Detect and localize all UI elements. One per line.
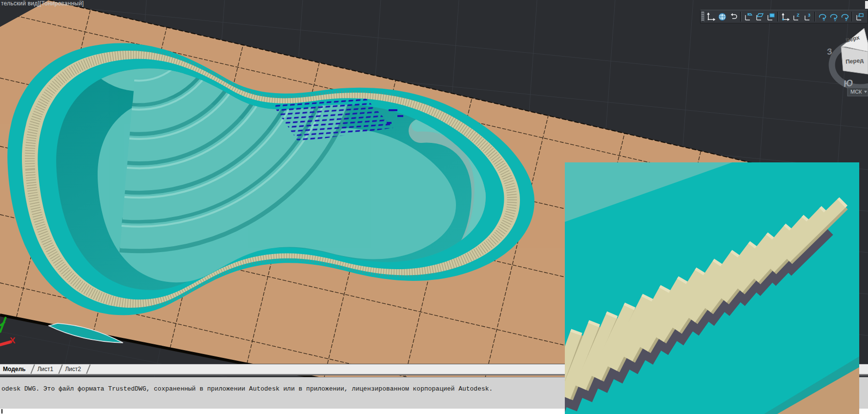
viewcube-ucs-selector[interactable]: МСК [847,88,868,96]
ucs-z-axis-vector-icon[interactable]: Z [791,11,802,22]
viewcube-south[interactable]: Ю [843,78,854,89]
toolbar-grip[interactable] [701,12,704,21]
ucs-3-point-icon[interactable]: 3 [802,11,813,22]
viewport-label[interactable]: тельский вид][Тонированный] [1,0,84,7]
command-history-text: odesk DWG. Это файл формата TrustedDWG, … [1,385,493,393]
toolbar-separator [851,12,853,21]
viewcube[interactable]: З Ю Верх Перед МСК [820,24,868,102]
svg-text:Z: Z [797,13,800,18]
ucs-rotate-x-icon[interactable]: x [817,11,828,22]
ucs-world-icon[interactable] [717,11,728,22]
toolbar-separator [777,12,779,21]
svg-text:z: z [845,18,847,21]
tab-layout1[interactable]: Лист1 [34,365,59,374]
tab-layout2[interactable]: Лист2 [62,365,87,374]
ucs-view-icon[interactable] [765,11,776,22]
ucs-previous-icon[interactable] [728,11,739,22]
autocad-window: X тельский вид][Тонированный] [0,0,868,414]
toolbar-separator [740,12,742,21]
ucs-apply-icon[interactable] [854,11,865,22]
command-caret [1,409,2,414]
ucs-x-label: X [10,336,16,345]
ucs-face-icon[interactable] [754,11,765,22]
ucs-rotate-y-icon[interactable]: y [828,11,839,22]
viewcube-cube[interactable]: Верх Перед [841,28,868,74]
ucs-icon[interactable] [705,11,717,22]
ucs-toolbar: Z 3 x y z [700,10,868,23]
zoom-inset-image [565,162,859,414]
clipped-toolbar-fragment [865,1,868,9]
viewcube-west[interactable]: З [826,47,833,57]
svg-text:3: 3 [808,13,810,18]
ucs-origin-icon[interactable] [780,11,791,22]
ucs-rotate-z-icon[interactable]: z [839,11,850,22]
tab-model[interactable]: Модель [0,365,31,374]
toolbar-separator [814,12,816,21]
ucs-object-icon[interactable] [743,11,754,22]
svg-text:МСК: МСК [850,89,862,95]
